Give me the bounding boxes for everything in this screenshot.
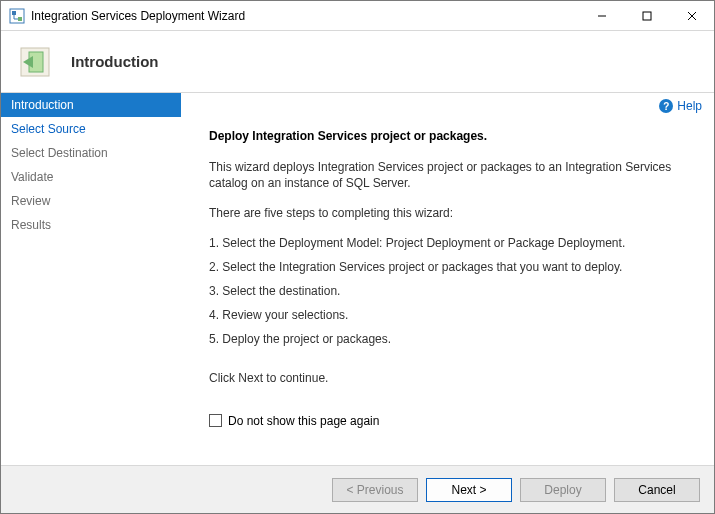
window-title: Integration Services Deployment Wizard	[31, 9, 579, 23]
sidebar-item-introduction[interactable]: Introduction	[1, 93, 181, 117]
steps-list: 1. Select the Deployment Model: Project …	[209, 236, 696, 356]
next-button[interactable]: Next >	[426, 478, 512, 502]
wizard-sidebar: Introduction Select Source Select Destin…	[1, 93, 181, 465]
svg-rect-1	[12, 11, 16, 15]
sidebar-item-review: Review	[1, 189, 181, 213]
step-2: 2. Select the Integration Services proje…	[209, 260, 696, 274]
step-1: 1. Select the Deployment Model: Project …	[209, 236, 696, 250]
continue-hint: Click Next to continue.	[209, 370, 696, 386]
help-label: Help	[677, 99, 702, 113]
cancel-button[interactable]: Cancel	[614, 478, 700, 502]
wizard-banner: Introduction	[1, 31, 714, 93]
sidebar-item-results: Results	[1, 213, 181, 237]
previous-button: < Previous	[332, 478, 418, 502]
help-link[interactable]: ? Help	[659, 99, 702, 113]
deploy-button: Deploy	[520, 478, 606, 502]
step-4: 4. Review your selections.	[209, 308, 696, 322]
wizard-footer: < Previous Next > Deploy Cancel	[1, 465, 714, 513]
app-icon	[9, 8, 25, 24]
page-title: Deploy Integration Services project or p…	[209, 129, 696, 143]
banner-heading: Introduction	[71, 53, 158, 70]
svg-rect-4	[643, 12, 651, 20]
sidebar-item-validate: Validate	[1, 165, 181, 189]
window-controls	[579, 1, 714, 30]
steps-lead: There are five steps to completing this …	[209, 205, 696, 221]
wizard-body: Introduction Select Source Select Destin…	[1, 93, 714, 465]
intro-paragraph: This wizard deploys Integration Services…	[209, 159, 696, 191]
sidebar-item-select-source[interactable]: Select Source	[1, 117, 181, 141]
sidebar-item-select-destination: Select Destination	[1, 141, 181, 165]
close-button[interactable]	[669, 1, 714, 30]
maximize-button[interactable]	[624, 1, 669, 30]
title-bar: Integration Services Deployment Wizard	[1, 1, 714, 31]
wizard-content: ? Help Deploy Integration Services proje…	[181, 93, 714, 465]
help-icon: ?	[659, 99, 673, 113]
minimize-button[interactable]	[579, 1, 624, 30]
dont-show-checkbox[interactable]	[209, 414, 222, 427]
wizard-icon	[15, 42, 55, 82]
step-5: 5. Deploy the project or packages.	[209, 332, 696, 346]
svg-rect-2	[18, 17, 22, 21]
wizard-window: Integration Services Deployment Wizard I…	[0, 0, 715, 514]
step-3: 3. Select the destination.	[209, 284, 696, 298]
dont-show-label: Do not show this page again	[228, 414, 379, 428]
dont-show-row: Do not show this page again	[209, 414, 696, 428]
